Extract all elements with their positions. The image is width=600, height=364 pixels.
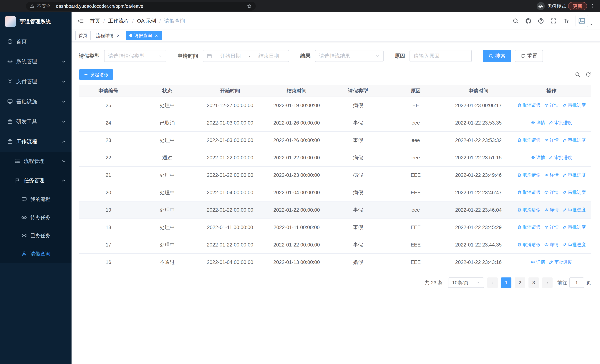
cell-id: 18 (79, 219, 138, 236)
tab-home[interactable]: 首页 (75, 31, 91, 40)
page-size-select[interactable]: 10条/页 (448, 278, 484, 288)
sidebar-item-process-management[interactable]: 流程管理 (0, 152, 72, 171)
sidebar-item-todo-tasks[interactable]: 待办任务 (0, 208, 72, 226)
sidebar-item-task-management[interactable]: 任务管理 (0, 171, 72, 190)
tab-process-detail[interactable]: 流程详情× (93, 31, 124, 40)
help-icon[interactable] (538, 18, 544, 24)
search-icon[interactable] (513, 18, 519, 24)
reset-button[interactable]: 重置 (515, 50, 543, 62)
security-warning-icon[interactable] (30, 4, 35, 8)
fullscreen-icon[interactable] (550, 18, 557, 24)
sidebar-item-done-tasks[interactable]: 已办任务 (0, 226, 72, 245)
tab-label: 请假查询 (134, 33, 152, 38)
sidebar-item-label: 支付管理 (16, 78, 37, 85)
start-date-placeholder: 开始日期 (214, 52, 246, 59)
cell-actions: 取消请假详情审批进度 (512, 167, 591, 184)
chevron-down-icon (61, 79, 67, 84)
progress-link[interactable]: 审批进度 (562, 137, 586, 143)
briefcase-icon (7, 139, 13, 145)
incognito-label: 无痕模式 (547, 3, 566, 9)
column-header: 操作 (512, 85, 591, 97)
app-logo-row[interactable]: 芋道管理系统 (0, 12, 72, 31)
detail-link[interactable]: 详情 (531, 120, 545, 126)
prev-page-button[interactable] (487, 278, 498, 288)
sidebar-item-label: 基础设施 (16, 98, 37, 105)
tab-close-icon[interactable]: × (116, 33, 121, 38)
cancel-leave-link[interactable]: 取消请假 (517, 242, 541, 248)
sidebar-item-workflow[interactable]: 工作流程 (0, 131, 72, 152)
leave-type-select[interactable]: 请选择请假类型 (104, 50, 166, 62)
date-range-separator: - (249, 53, 250, 59)
detail-link[interactable]: 详情 (544, 189, 559, 195)
cancel-leave-link[interactable]: 取消请假 (517, 207, 541, 213)
bookmark-star-icon[interactable] (247, 4, 252, 9)
detail-link[interactable]: 详情 (531, 259, 545, 265)
apply-time-range-picker[interactable]: 开始日期 - 结束日期 (203, 50, 289, 62)
detail-link[interactable]: 详情 (544, 102, 559, 108)
search-button[interactable]: 搜索 (483, 50, 511, 62)
page-button-3[interactable]: 3 (528, 278, 539, 288)
page-button-2[interactable]: 2 (515, 278, 525, 288)
sidebar-item-home[interactable]: 首页 (0, 31, 72, 52)
breadcrumb-item[interactable]: 工作流程 (108, 18, 129, 24)
next-page-button[interactable] (542, 278, 553, 288)
tab-close-icon[interactable]: × (154, 33, 159, 38)
detail-link[interactable]: 详情 (531, 155, 545, 160)
detail-link[interactable]: 详情 (544, 224, 559, 230)
cancel-leave-link[interactable]: 取消请假 (517, 224, 541, 230)
progress-link[interactable]: 审批进度 (562, 189, 586, 195)
result-select[interactable]: 请选择流结果 (315, 50, 384, 62)
table-refresh-icon[interactable] (586, 72, 591, 77)
progress-link[interactable]: 审批进度 (562, 102, 586, 108)
progress-link[interactable]: 审批进度 (562, 242, 586, 248)
progress-link[interactable]: 审批进度 (549, 155, 572, 160)
cancel-leave-link[interactable]: 取消请假 (517, 172, 541, 178)
sidebar-item-my-process[interactable]: 我的流程 (0, 190, 72, 208)
cell-apply-time: 2022-01-22 23:43:16 (445, 253, 512, 271)
breadcrumb-item[interactable]: 首页 (90, 18, 100, 24)
create-leave-button[interactable]: 发起请假 (79, 69, 113, 80)
reason-input[interactable] (410, 50, 472, 62)
detail-link[interactable]: 详情 (544, 242, 559, 248)
sidebar-item-payment[interactable]: 支付管理 (0, 72, 72, 92)
cell-end-time: 2022-01-22 00:00:00 (263, 236, 330, 253)
sidebar-item-infrastructure[interactable]: 基础设施 (0, 92, 72, 112)
font-size-icon[interactable] (563, 18, 569, 24)
update-button[interactable]: 更新 (568, 2, 587, 10)
user-avatar[interactable] (576, 15, 588, 27)
table-search-icon[interactable] (575, 72, 580, 77)
sidebar-item-leave-query[interactable]: 请假查询 (0, 245, 72, 263)
detail-link[interactable]: 详情 (544, 172, 559, 178)
cell-apply-time: 2022-01-22 23:46:04 (445, 201, 512, 219)
cancel-leave-link[interactable]: 取消请假 (517, 102, 541, 108)
active-tab-dot (129, 34, 132, 37)
progress-link[interactable]: 审批进度 (562, 224, 586, 230)
goto-page-input[interactable] (569, 278, 584, 288)
table-row: 18处理中2022-01-11 00:00:002022-01-11 00:00… (79, 219, 591, 236)
progress-link[interactable]: 审批进度 (562, 207, 586, 213)
eye-icon (531, 155, 535, 160)
cell-id: 24 (79, 114, 138, 131)
sidebar-item-devtools[interactable]: 研发工具 (0, 112, 72, 131)
address-bar[interactable]: 不安全 dashboard.yudao.iocoder.cn/bpm/oa/le… (26, 2, 256, 10)
cell-start-time: 2022-01-03 00:00:00 (197, 114, 263, 131)
avatar-caret-icon[interactable] (589, 22, 593, 27)
sidebar-item-system[interactable]: 系统管理 (0, 52, 72, 72)
cell-reason: eee (386, 114, 445, 131)
detail-link[interactable]: 详情 (544, 137, 559, 143)
page-button-1[interactable]: 1 (501, 278, 511, 288)
page-size-value: 10条/页 (452, 280, 469, 286)
breadcrumb-item[interactable]: OA 示例 (137, 18, 156, 24)
tab-leave-query[interactable]: 请假查询× (126, 31, 162, 40)
cancel-leave-link[interactable]: 取消请假 (517, 137, 541, 143)
progress-link[interactable]: 审批进度 (562, 172, 586, 178)
sidebar: 芋道管理系统 首页系统管理支付管理基础设施研发工具工作流程流程管理任务管理我的流… (0, 12, 72, 364)
sidebar-collapse-icon[interactable] (77, 18, 84, 24)
github-icon[interactable] (525, 18, 531, 24)
cancel-leave-link[interactable]: 取消请假 (517, 189, 541, 195)
browser-menu-icon[interactable] (590, 3, 596, 9)
edit-icon (562, 138, 567, 142)
detail-link[interactable]: 详情 (544, 207, 559, 213)
progress-link[interactable]: 审批进度 (549, 120, 572, 126)
progress-link[interactable]: 审批进度 (549, 259, 572, 265)
